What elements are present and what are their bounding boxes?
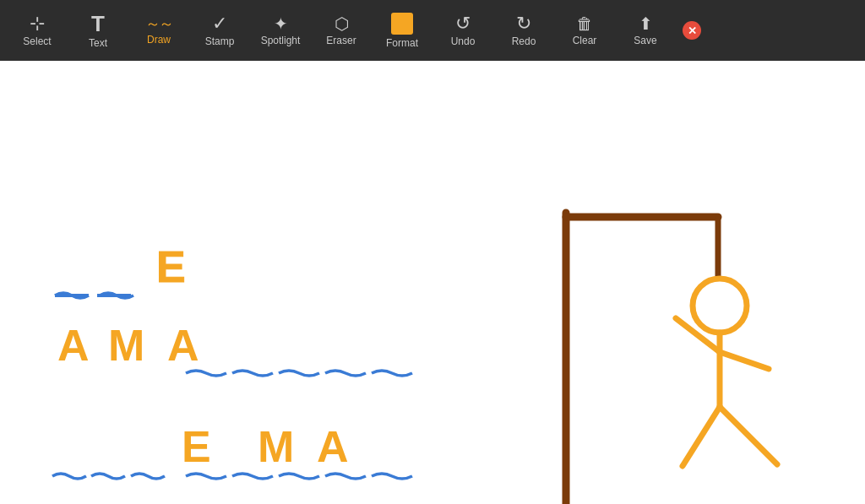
svg-point-13 [693, 279, 747, 333]
spotlight-label: Spotlight [261, 35, 301, 46]
svg-line-16 [720, 352, 769, 369]
spotlight-icon: ✦ [274, 15, 288, 32]
undo-icon: ↺ [455, 14, 471, 33]
svg-line-17 [683, 407, 720, 466]
tool-undo[interactable]: ↺ Undo [434, 3, 492, 57]
svg-text:E: E [182, 422, 211, 471]
format-color-box [391, 13, 413, 35]
toolbar: ⊹ Select T Text ～～ Draw ✓ Stamp ✦ Spotli… [0, 0, 865, 61]
format-label: Format [386, 38, 418, 48]
eraser-label: Eraser [326, 35, 356, 46]
redo-label: Redo [512, 36, 536, 46]
tool-draw[interactable]: ～～ Draw [130, 3, 188, 57]
text-label: Text [89, 38, 107, 48]
tool-eraser[interactable]: ⬡ Eraser [313, 3, 370, 57]
svg-text:M: M [258, 422, 294, 471]
svg-text:M: M [108, 321, 144, 370]
tool-clear[interactable]: 🗑 Clear [556, 3, 613, 57]
svg-text:A: A [57, 321, 90, 370]
svg-text:E: E [156, 242, 186, 291]
svg-text:A: A [167, 321, 199, 370]
tool-text[interactable]: T Text [69, 3, 127, 57]
tool-stamp[interactable]: ✓ Stamp [191, 3, 248, 57]
clear-label: Clear [573, 35, 597, 46]
text-icon: T [91, 13, 105, 35]
save-label: Save [634, 35, 656, 46]
tool-select[interactable]: ⊹ Select [8, 3, 66, 57]
stamp-icon: ✓ [212, 14, 227, 33]
tool-spotlight[interactable]: ✦ Spotlight [252, 3, 309, 57]
tool-save[interactable]: ⬆ Save [617, 3, 674, 57]
tool-format[interactable]: Format [373, 3, 431, 57]
draw-label: Draw [147, 35, 171, 45]
draw-icon: ～～ [145, 16, 172, 31]
eraser-icon: ⬡ [335, 15, 349, 32]
save-icon: ⬆ [639, 15, 653, 32]
close-button[interactable]: ✕ [683, 21, 701, 40]
svg-text:A: A [317, 422, 349, 471]
tool-redo[interactable]: ↻ Redo [495, 3, 552, 57]
drawing-canvas: E A M A E M A [0, 61, 865, 504]
svg-line-18 [720, 407, 777, 464]
stamp-label: Stamp [205, 36, 235, 46]
redo-icon: ↻ [516, 14, 531, 33]
undo-label: Undo [451, 36, 476, 46]
select-icon: ⊹ [30, 14, 45, 33]
select-label: Select [23, 36, 51, 46]
canvas-area[interactable]: E A M A E M A [0, 61, 865, 504]
clear-icon: 🗑 [576, 15, 593, 32]
